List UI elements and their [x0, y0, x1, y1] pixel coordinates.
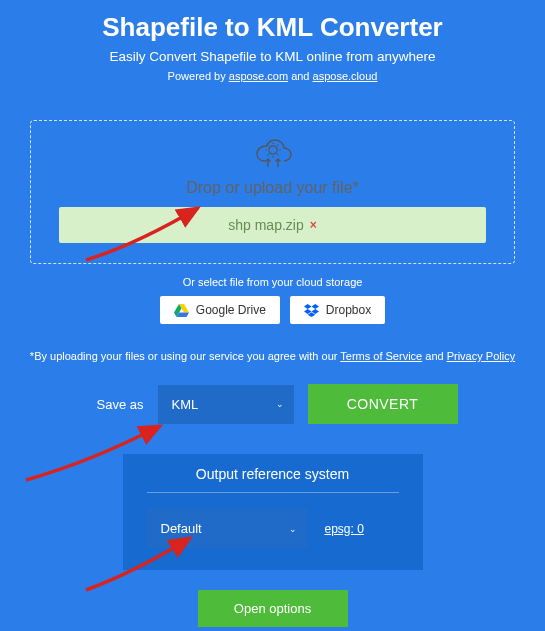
- svg-line-5: [267, 145, 268, 146]
- svg-marker-15: [311, 304, 319, 309]
- privacy-policy-link[interactable]: Privacy Policy: [447, 350, 515, 362]
- dropzone[interactable]: Drop or upload your file* shp map.zip ×: [30, 120, 515, 264]
- drop-label: Drop or upload your file*: [59, 179, 486, 197]
- dropbox-button[interactable]: Dropbox: [290, 296, 385, 324]
- powered-prefix: Powered by: [168, 70, 229, 82]
- svg-point-0: [268, 146, 276, 154]
- page-subtitle: Easily Convert Shapefile to KML online f…: [0, 49, 545, 64]
- terms-text: *By uploading your files or using our se…: [0, 350, 545, 362]
- cloud-hint: Or select file from your cloud storage: [0, 276, 545, 288]
- dropbox-label: Dropbox: [326, 303, 371, 317]
- powered-by: Powered by aspose.com and aspose.cloud: [0, 70, 545, 82]
- open-options-button[interactable]: Open options: [198, 590, 348, 627]
- chevron-down-icon: ⌄: [289, 524, 297, 534]
- svg-marker-14: [304, 304, 312, 309]
- svg-line-8: [277, 154, 278, 155]
- svg-line-7: [267, 154, 268, 155]
- format-select-value: KML: [172, 397, 199, 412]
- uploaded-file-name: shp map.zip: [228, 217, 303, 233]
- terms-of-service-link[interactable]: Terms of Service: [340, 350, 422, 362]
- google-drive-label: Google Drive: [196, 303, 266, 317]
- chevron-down-icon: ⌄: [276, 399, 284, 409]
- terms-and: and: [422, 350, 446, 362]
- google-drive-icon: [174, 304, 189, 317]
- page-title: Shapefile to KML Converter: [0, 0, 545, 43]
- output-reference-title: Output reference system: [147, 466, 399, 493]
- uploaded-file: shp map.zip ×: [59, 207, 486, 243]
- terms-prefix: *By uploading your files or using our se…: [30, 350, 340, 362]
- convert-button[interactable]: CONVERT: [308, 384, 458, 424]
- reference-system-select[interactable]: Default ⌄: [147, 509, 307, 548]
- save-as-label: Save as: [88, 397, 144, 412]
- epsg-link[interactable]: epsg: 0: [325, 522, 364, 536]
- dropbox-icon: [304, 304, 319, 317]
- upload-cloud-icon: [254, 139, 292, 173]
- svg-line-6: [277, 145, 278, 146]
- output-reference-panel: Output reference system Default ⌄ epsg: …: [123, 454, 423, 570]
- format-select[interactable]: KML ⌄: [158, 385, 294, 424]
- powered-and: and: [288, 70, 312, 82]
- aspose-com-link[interactable]: aspose.com: [229, 70, 288, 82]
- aspose-cloud-link[interactable]: aspose.cloud: [313, 70, 378, 82]
- google-drive-button[interactable]: Google Drive: [160, 296, 280, 324]
- reference-system-value: Default: [161, 521, 202, 536]
- remove-file-button[interactable]: ×: [310, 218, 317, 232]
